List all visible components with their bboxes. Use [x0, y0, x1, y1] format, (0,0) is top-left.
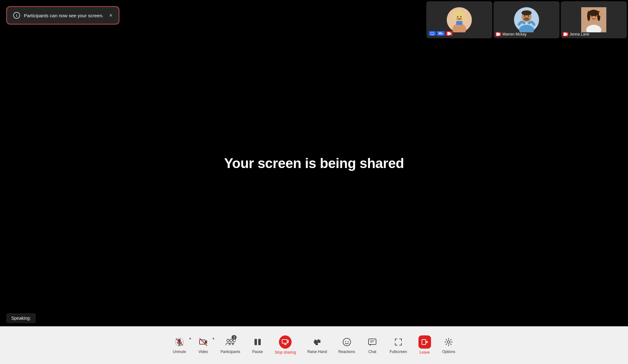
- pause-button[interactable]: Pause: [247, 334, 269, 356]
- participant-tile-warren: Warren Mckay: [494, 1, 560, 38]
- fullscreen-label: Fullscreen: [390, 350, 407, 354]
- svg-rect-54: [319, 340, 320, 343]
- participants-strip: Me: [425, 0, 628, 40]
- svg-point-57: [343, 338, 351, 346]
- svg-point-19: [528, 15, 529, 17]
- raise-hand-icon-container: [312, 336, 323, 348]
- participants-icon-container: 3: [225, 336, 236, 348]
- avatar-jenna: [581, 7, 606, 32]
- stop-sharing-icon: [282, 339, 289, 345]
- screen-share-badge: [429, 31, 436, 36]
- svg-point-39: [227, 339, 229, 342]
- options-button[interactable]: Options: [437, 334, 460, 356]
- avatar-self: [447, 7, 472, 32]
- stop-sharing-circle: [279, 335, 292, 349]
- svg-rect-63: [422, 340, 426, 345]
- svg-point-65: [447, 341, 450, 343]
- leave-button[interactable]: Leave: [413, 333, 436, 357]
- svg-rect-9: [431, 32, 434, 35]
- reactions-icon-container: [341, 336, 352, 348]
- leave-icon: [421, 339, 428, 345]
- leave-icon-bg: [418, 335, 431, 349]
- svg-point-29: [595, 15, 596, 17]
- svg-rect-8: [456, 21, 462, 25]
- video-icon: [199, 338, 208, 346]
- warren-name: Warren Mckay: [502, 32, 527, 36]
- screen-sharing-message: Your screen is being shared: [224, 155, 404, 171]
- svg-point-4: [453, 12, 457, 21]
- fullscreen-icon: [394, 338, 403, 346]
- svg-point-41: [233, 339, 236, 342]
- svg-rect-60: [369, 339, 376, 345]
- participant-count: 3: [232, 335, 237, 340]
- zoom-icon-warren: [495, 32, 501, 36]
- video-button[interactable]: ▲ Video: [192, 334, 214, 356]
- svg-point-58: [345, 341, 346, 342]
- svg-rect-12: [447, 32, 450, 35]
- chat-icon: [368, 338, 377, 346]
- reactions-icon: [342, 338, 351, 346]
- raise-hand-label: Raise Hand: [307, 350, 327, 354]
- participant-label-warren: Warren Mckay: [495, 32, 527, 36]
- me-badge: Me: [437, 31, 445, 36]
- toolbar: ▲ Unmute ▲ Video: [0, 326, 628, 364]
- participants-label: Participants: [221, 350, 240, 354]
- speaking-indicator: Speaking:: [6, 313, 36, 323]
- stop-sharing-icon-container: [279, 336, 292, 348]
- participant-label-jenna: Jenna Lane: [563, 32, 589, 36]
- unmute-label: Unmute: [173, 350, 186, 354]
- svg-rect-42: [254, 339, 257, 345]
- participants-button[interactable]: 3 Participants: [216, 334, 245, 356]
- main-content: Your screen is being shared: [0, 0, 628, 326]
- participant-tile-self: Me: [426, 1, 492, 38]
- avatar-warren: [514, 7, 539, 32]
- svg-rect-31: [564, 33, 566, 36]
- svg-point-16: [522, 10, 532, 15]
- unmute-icon-container: [174, 336, 185, 348]
- stop-sharing-button[interactable]: Stop sharing: [270, 333, 301, 357]
- pause-icon: [253, 338, 262, 346]
- fullscreen-button[interactable]: Fullscreen: [385, 334, 412, 356]
- options-gear-icon: [444, 338, 453, 346]
- svg-rect-44: [282, 340, 287, 343]
- options-label: Options: [442, 350, 455, 354]
- svg-point-7: [460, 16, 461, 17]
- unmute-arrow[interactable]: ▲: [188, 336, 192, 340]
- svg-point-59: [347, 341, 348, 342]
- svg-rect-56: [315, 343, 318, 345]
- video-label: Video: [199, 350, 208, 354]
- raise-hand-icon: [313, 338, 322, 346]
- chat-icon-container: [367, 336, 378, 348]
- notification-text: Participants can now see your screen.: [24, 13, 105, 18]
- zoom-badge-self: [446, 31, 453, 36]
- svg-point-18: [524, 15, 525, 17]
- raise-hand-button[interactable]: Raise Hand: [302, 334, 332, 356]
- chat-button[interactable]: Chat: [361, 334, 383, 356]
- notification-banner: i Participants can now see your screen. …: [6, 6, 119, 24]
- svg-rect-43: [258, 339, 261, 345]
- svg-point-28: [591, 15, 593, 17]
- microphone-off-icon: [175, 338, 184, 346]
- svg-point-40: [230, 339, 232, 342]
- stop-sharing-label: Stop sharing: [275, 350, 296, 355]
- zoom-icon-jenna: [563, 32, 568, 36]
- participant-tile-jenna: Jenna Lane: [561, 1, 627, 38]
- info-icon: i: [13, 12, 20, 19]
- pause-label: Pause: [252, 350, 263, 354]
- leave-label: Leave: [419, 350, 430, 355]
- reactions-button[interactable]: Reactions: [333, 334, 360, 356]
- self-badges: Me: [429, 31, 453, 36]
- svg-rect-53: [318, 339, 319, 343]
- pause-icon-container: [252, 336, 263, 348]
- notification-close-button[interactable]: ×: [109, 13, 112, 18]
- chat-label: Chat: [369, 350, 376, 354]
- leave-icon-container: [418, 336, 431, 348]
- video-icon-container: [198, 336, 209, 348]
- reactions-label: Reactions: [338, 350, 355, 354]
- svg-point-5: [462, 12, 466, 21]
- unmute-button[interactable]: ▲ Unmute: [168, 334, 191, 356]
- svg-point-6: [457, 16, 458, 17]
- video-arrow[interactable]: ▲: [212, 336, 215, 340]
- jenna-name: Jenna Lane: [570, 32, 589, 36]
- svg-point-26: [587, 11, 590, 21]
